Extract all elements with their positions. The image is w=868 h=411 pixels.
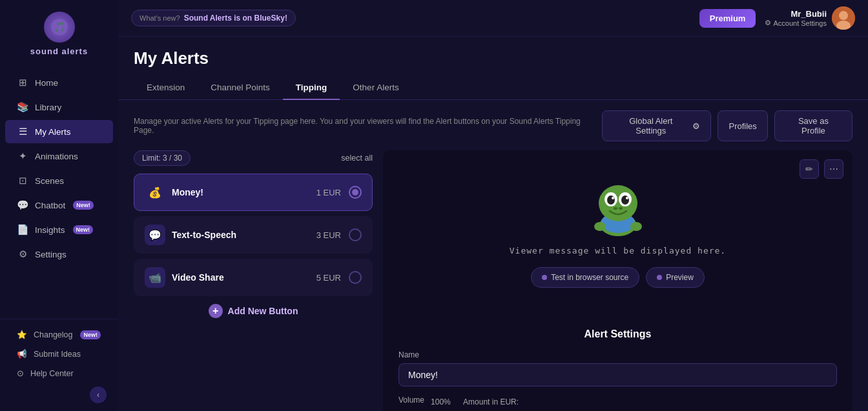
edit-button[interactable]: ✏ bbox=[800, 159, 819, 179]
svg-point-13 bbox=[626, 197, 628, 199]
alert-name-money: Money! bbox=[172, 187, 203, 197]
more-options-button[interactable]: ⋯ bbox=[824, 159, 843, 179]
whats-new-label: What's new? bbox=[140, 14, 180, 22]
alert-name-tts: Text-to-Speech bbox=[172, 230, 236, 240]
sidebar-item-animations[interactable]: ✦ Animations bbox=[5, 145, 113, 168]
sidebar-item-label: Home bbox=[35, 78, 58, 88]
name-input[interactable] bbox=[398, 363, 837, 386]
alert-amount-money: 1 EUR bbox=[316, 188, 341, 197]
alert-settings-panel: Alert Settings Name Volume 100% Amount i… bbox=[383, 316, 852, 411]
sidebar-item-submit-ideas[interactable]: 📢 Submit Ideas bbox=[5, 345, 113, 363]
footer-label: Changelog bbox=[34, 330, 72, 339]
page-header: My Alerts bbox=[118, 37, 868, 68]
alert-list: 💰 Money! 1 EUR bbox=[134, 174, 373, 296]
tab-other-alerts[interactable]: Other Alerts bbox=[340, 76, 411, 100]
logo-text: sound alerts bbox=[30, 46, 88, 56]
tipping-info-row: Manage your active Alerts for your Tippi… bbox=[134, 110, 852, 141]
tab-channel-points[interactable]: Channel Points bbox=[198, 76, 283, 100]
tts-icon: 💬 bbox=[149, 229, 161, 241]
profiles-button[interactable]: Profiles bbox=[718, 110, 767, 141]
add-new-label: Add New Button bbox=[228, 306, 298, 316]
tts-icon-wrap: 💬 bbox=[145, 225, 165, 245]
radio-money[interactable] bbox=[349, 186, 362, 199]
name-field: Name bbox=[398, 350, 837, 386]
preview-area: ✏ ⋯ bbox=[383, 150, 852, 305]
volume-field: Volume 100% Amount in EUR: bbox=[398, 396, 837, 408]
collapse-sidebar-button[interactable]: ‹ bbox=[90, 386, 107, 403]
changelog-icon: ⭐ bbox=[17, 330, 27, 339]
add-new-button[interactable]: + Add New Button bbox=[134, 296, 373, 326]
global-settings-label: Global Alert Settings bbox=[613, 116, 688, 135]
tab-tipping[interactable]: Tipping bbox=[283, 76, 340, 100]
whats-new-pill[interactable]: What's new? Sound Alerts is on BlueSky! bbox=[131, 10, 296, 26]
dot-icon bbox=[657, 275, 662, 280]
topbar: What's new? Sound Alerts is on BlueSky! … bbox=[118, 0, 868, 37]
alert-name-video-share: Video Share bbox=[172, 272, 224, 283]
insights-badge: New! bbox=[73, 225, 94, 234]
volume-pct: 100% bbox=[431, 397, 457, 406]
username: Mr_Bubii bbox=[765, 9, 827, 19]
svg-point-12 bbox=[612, 197, 614, 199]
alert-item-video-share[interactable]: 📹 Video Share 5 EUR bbox=[134, 259, 373, 296]
tipping-actions: Global Alert Settings ⚙ Profiles Save as… bbox=[602, 110, 852, 141]
animations-icon: ✦ bbox=[17, 150, 28, 162]
sidebar-item-label: Scenes bbox=[35, 176, 64, 186]
svg-point-16 bbox=[594, 222, 606, 231]
submit-ideas-icon: 📢 bbox=[17, 349, 27, 359]
alert-item-money[interactable]: 💰 Money! 1 EUR bbox=[134, 174, 373, 211]
sidebar-item-changelog[interactable]: ⭐ Changelog New! bbox=[5, 325, 113, 344]
chatbot-badge: New! bbox=[73, 201, 94, 210]
tabs: Extension Channel Points Tipping Other A… bbox=[118, 76, 868, 100]
main-content: What's new? Sound Alerts is on BlueSky! … bbox=[118, 0, 868, 411]
footer-label: Help Center bbox=[30, 369, 74, 378]
global-alert-settings-button[interactable]: Global Alert Settings ⚙ bbox=[602, 110, 711, 141]
radio-video-share[interactable] bbox=[349, 271, 362, 284]
sidebar-item-insights[interactable]: 📄 Insights New! bbox=[5, 218, 113, 241]
svg-point-3 bbox=[839, 11, 848, 20]
sidebar-item-home[interactable]: ⊞ Home bbox=[5, 71, 113, 94]
insights-icon: 📄 bbox=[17, 224, 28, 236]
chatbot-icon: 💬 bbox=[17, 199, 28, 211]
svg-point-15 bbox=[619, 207, 623, 210]
sidebar-item-help-center[interactable]: ⊙ Help Center bbox=[5, 364, 113, 383]
svg-text:🎵: 🎵 bbox=[53, 21, 65, 33]
account-settings-link[interactable]: ⚙ Account Settings bbox=[765, 19, 827, 27]
sidebar-footer: ⭐ Changelog New! 📢 Submit Ideas ⊙ Help C… bbox=[0, 319, 118, 411]
gear-icon: ⚙ bbox=[692, 121, 700, 131]
test-browser-source-button[interactable]: Test in browser source bbox=[531, 267, 639, 288]
tipping-info-text: Manage your active Alerts for your Tippi… bbox=[134, 117, 602, 135]
topbar-right: Premium Mr_Bubii ⚙ Account Settings bbox=[699, 6, 855, 30]
radio-tts[interactable] bbox=[349, 228, 362, 241]
svg-point-11 bbox=[621, 195, 629, 205]
gear-icon: ⚙ bbox=[765, 19, 771, 27]
video-icon-wrap: 📹 bbox=[145, 267, 165, 288]
alerts-list-column: Limit: 3 / 30 select all 💰 Money! bbox=[134, 150, 373, 326]
svg-point-14 bbox=[614, 207, 617, 210]
save-as-profile-button[interactable]: Save as Profile bbox=[774, 110, 852, 141]
sidebar-item-my-alerts[interactable]: ☰ My Alerts bbox=[5, 120, 113, 143]
add-plus-icon: + bbox=[209, 304, 223, 318]
video-share-icon: 📹 bbox=[149, 272, 161, 284]
preview-button[interactable]: Preview bbox=[646, 267, 705, 288]
svg-point-7 bbox=[599, 185, 637, 221]
sidebar-item-scenes[interactable]: ⊡ Scenes bbox=[5, 169, 113, 192]
library-icon: 📚 bbox=[17, 101, 28, 113]
logo-icon: 🎵 bbox=[44, 12, 75, 43]
page-title: My Alerts bbox=[134, 48, 852, 68]
user-area[interactable]: Mr_Bubii ⚙ Account Settings bbox=[765, 6, 855, 30]
sidebar-item-settings[interactable]: ⚙ Settings bbox=[5, 243, 113, 266]
list-icon: ☰ bbox=[17, 126, 28, 137]
dot-icon bbox=[542, 275, 547, 280]
alert-item-tts[interactable]: 💬 Text-to-Speech 3 EUR bbox=[134, 216, 373, 254]
preview-buttons: Test in browser source Preview bbox=[531, 267, 705, 288]
sidebar-item-library[interactable]: 📚 Library bbox=[5, 95, 113, 119]
alert-settings-title: Alert Settings bbox=[398, 328, 837, 340]
avatar bbox=[832, 6, 855, 30]
tab-extension[interactable]: Extension bbox=[134, 76, 198, 100]
sidebar: 🎵 sound alerts ⊞ Home 📚 Library ☰ My Ale… bbox=[0, 0, 118, 411]
premium-button[interactable]: Premium bbox=[699, 9, 756, 28]
svg-point-10 bbox=[607, 195, 615, 205]
scenes-icon: ⊡ bbox=[17, 175, 28, 186]
sidebar-item-chatbot[interactable]: 💬 Chatbot New! bbox=[5, 194, 113, 217]
select-all-button[interactable]: select all bbox=[341, 154, 373, 163]
